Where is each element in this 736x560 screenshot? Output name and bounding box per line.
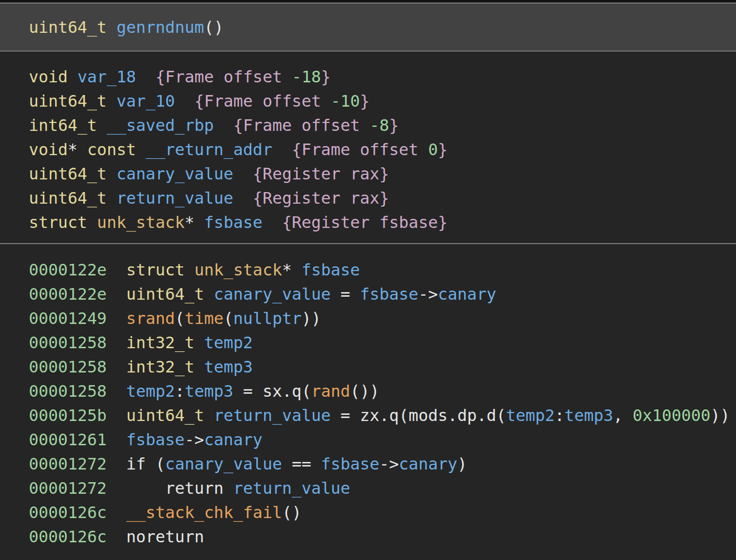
token-v: temp2 <box>126 382 175 401</box>
token-v: temp2 <box>204 333 253 352</box>
variable-declaration-line[interactable]: uint64_t return_value {Register rax} <box>29 186 736 210</box>
address[interactable]: 00001272 <box>29 454 107 474</box>
token-n: -10 <box>331 91 360 111</box>
code-line[interactable]: 00001272 return return_value <box>29 476 736 500</box>
address[interactable]: 0000126c <box>29 527 107 546</box>
variable-declaration-line[interactable]: struct unk_stack* fsbase {Register fsbas… <box>29 210 736 235</box>
token-an: {Register rax} <box>253 189 389 208</box>
code-line[interactable]: 00001249srand(time(nullptr)) <box>29 306 736 331</box>
token-n: 0x100000 <box>632 406 710 425</box>
token-tx: * <box>185 213 204 232</box>
token-tx: )) <box>301 309 321 328</box>
function-signature-line[interactable]: uint64_t genrndnum() <box>29 15 223 39</box>
address[interactable]: 00001258 <box>29 357 107 377</box>
token-tx <box>195 333 204 352</box>
token-tx <box>97 116 107 135</box>
token-tn: unk_stack <box>97 213 185 232</box>
code-line[interactable]: 0000125buint64_t return_value = zx.q(mod… <box>29 403 736 428</box>
token-tx <box>185 260 194 279</box>
token-tx <box>214 116 234 135</box>
token-v: nullptr <box>234 309 302 328</box>
token-v: canary_value <box>116 164 233 183</box>
token-tx <box>175 91 195 111</box>
token-an: {Frame offset <box>155 67 292 86</box>
address[interactable]: 00001258 <box>29 382 107 401</box>
token-tx <box>107 18 116 37</box>
variable-declaration-line[interactable]: void var_18 {Frame offset -18} <box>29 65 736 89</box>
token-tx: : <box>175 382 185 401</box>
address[interactable]: 00001258 <box>29 333 107 352</box>
token-tx: = <box>331 285 360 304</box>
token-v: fsbase <box>301 260 360 279</box>
token-tx: () <box>282 503 302 522</box>
token-tn: unk_stack <box>195 260 282 279</box>
token-sym: genrndnum <box>116 18 204 37</box>
token-tx: : <box>555 406 564 425</box>
variable-declaration-line[interactable]: void* const __return_addr {Frame offset … <box>29 137 736 162</box>
token-tx <box>107 189 116 208</box>
token-im: rand <box>311 382 350 401</box>
address[interactable]: 0000125b <box>29 406 107 425</box>
address[interactable]: 00001261 <box>29 430 107 449</box>
token-tx: -> <box>419 285 438 304</box>
token-tx: noreturn <box>126 527 204 546</box>
token-ty: void <box>29 140 68 159</box>
token-v: temp3 <box>185 382 233 401</box>
code-line[interactable]: 00001258int32_t temp3 <box>29 355 736 379</box>
token-tx: = sx.q( <box>234 382 311 401</box>
token-ty: uint64_t <box>29 189 107 208</box>
variable-declaration-line[interactable]: uint64_t var_10 {Frame offset -10} <box>29 89 736 113</box>
token-tx <box>262 213 282 232</box>
token-v: var_18 <box>77 67 136 86</box>
token-tx: * <box>282 260 302 279</box>
token-ty: uint64_t <box>29 18 107 37</box>
token-tx: = zx.q(mods.dp.d( <box>331 406 506 425</box>
token-v: __return_addr <box>146 140 272 159</box>
token-ty: int64_t <box>29 116 97 135</box>
token-tx: -> <box>380 454 399 474</box>
code-line[interactable]: 0000122estruct unk_stack* fsbase <box>29 258 736 282</box>
variable-declaration-line[interactable]: int64_t __saved_rbp {Frame offset -8} <box>29 113 736 137</box>
token-v: var_10 <box>116 91 175 111</box>
code-line[interactable]: 0000122euint64_t canary_value = fsbase->… <box>29 282 736 306</box>
token-tx <box>204 406 214 425</box>
address[interactable]: 00001249 <box>29 309 107 328</box>
address[interactable]: 0000122e <box>29 260 107 279</box>
address[interactable]: 0000126c <box>29 503 107 522</box>
token-an: {Register rax} <box>253 164 389 183</box>
token-ty: uint64_t <box>29 91 107 111</box>
token-tx: , <box>613 406 633 425</box>
token-v: fsbase <box>204 213 263 232</box>
token-tx: ( <box>223 309 233 328</box>
code-line[interactable]: 0000126cnoreturn <box>29 525 736 549</box>
token-tx: ()) <box>350 382 380 401</box>
token-v: temp3 <box>565 406 613 425</box>
token-tx: () <box>204 18 224 37</box>
token-tx <box>136 67 156 86</box>
variable-declaration-line[interactable]: uint64_t canary_value {Register rax} <box>29 162 736 186</box>
token-tx: ( <box>175 309 185 328</box>
token-n: -8 <box>370 116 389 135</box>
code-line[interactable]: 00001261fsbase->canary <box>29 428 736 452</box>
token-v: fsbase <box>321 454 380 474</box>
code-line[interactable]: 00001258temp2:temp3 = sx.q(rand()) <box>29 379 736 403</box>
token-an: {Frame offset <box>234 116 370 135</box>
token-v: temp2 <box>506 406 555 425</box>
token-tx <box>107 91 116 111</box>
token-im: __stack_chk_fail <box>126 503 282 522</box>
token-an: } <box>438 140 447 159</box>
address[interactable]: 0000122e <box>29 285 107 304</box>
code-line[interactable]: 00001258int32_t temp2 <box>29 331 736 355</box>
token-ty: uint64_t <box>126 285 204 304</box>
token-ty: int32_t <box>126 333 195 352</box>
token-tx <box>107 164 116 183</box>
code-line[interactable]: 0000126c__stack_chk_fail() <box>29 500 736 525</box>
token-an: {Frame offset <box>195 91 331 111</box>
token-tx <box>87 213 97 232</box>
function-signature-bar[interactable]: uint64_t genrndnum() <box>0 3 736 52</box>
code-line[interactable]: 00001272if (canary_value == fsbase->cana… <box>29 452 736 476</box>
token-v: canary <box>438 285 496 304</box>
token-v: canary_value <box>165 454 282 474</box>
token-tx: ) <box>457 454 467 474</box>
address[interactable]: 00001272 <box>29 479 107 498</box>
